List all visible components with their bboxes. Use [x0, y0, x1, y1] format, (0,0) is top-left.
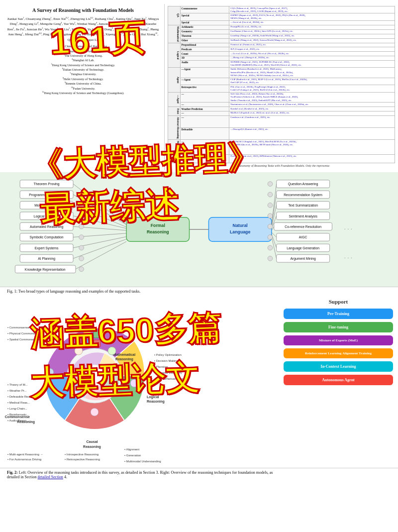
svg-text:• Weather Pr...: • Weather Pr... [7, 389, 27, 392]
svg-text:Sentiment Analysis: Sentiment Analysis [289, 214, 317, 218]
svg-text:• Generation: • Generation [124, 454, 141, 457]
svg-text:Text Summarization: Text Summarization [288, 204, 318, 208]
incontext-box: In-Context Learning [284, 361, 393, 372]
paper-title: A Survey of Reasoning with Foundation Mo… [7, 7, 159, 14]
overlay-text-survey: 最新综述 [39, 182, 180, 233]
svg-text:Recommendation System: Recommendation System [284, 193, 322, 197]
svg-point-72 [268, 245, 273, 250]
svg-point-62 [79, 235, 84, 240]
overlay-text-papers: 大模型论文 [29, 355, 200, 407]
svg-point-66 [268, 182, 273, 187]
pretraining-box: Pre-Training [284, 309, 393, 319]
svg-text:• Medical Reas...: • Medical Reas... [7, 401, 30, 404]
svg-text:Causal: Causal [87, 440, 98, 443]
svg-point-69 [268, 213, 273, 218]
svg-point-64 [79, 256, 84, 261]
overlay-text-pages: 161页 [49, 13, 147, 66]
fig2-text-bottom: detailed in Section [7, 475, 38, 479]
svg-point-68 [268, 203, 273, 208]
svg-text:Co-reference Resolution: Co-reference Resolution [285, 225, 321, 228]
support-label: Support [284, 299, 393, 305]
autonomous-box: Autonomous Agent [284, 375, 393, 385]
svg-point-65 [79, 267, 84, 272]
svg-text:• Theory of M...: • Theory of M... [7, 383, 28, 386]
svg-text:• Multimodal Understanding: • Multimodal Understanding [124, 460, 161, 463]
svg-text:• Retrospective Reasoning: • Retrospective Reasoning [65, 458, 100, 461]
svg-text:. . .: . . . [344, 253, 352, 260]
svg-point-71 [268, 235, 273, 240]
svg-point-63 [79, 245, 84, 250]
svg-point-116 [91, 408, 99, 416]
svg-text:. . .: . . . [344, 224, 352, 230]
svg-text:AI Planning: AI Planning [38, 257, 55, 261]
moe-box: Mixture of Experts (MoE) [284, 335, 393, 345]
fig1-caption: Fig. 1: Two broad types of language reas… [0, 287, 398, 296]
overlay-text-title: 《大模型推理》 [29, 135, 261, 188]
svg-point-73 [268, 256, 273, 261]
svg-text:• For Autonomous Driving: • For Autonomous Driving [7, 458, 41, 461]
svg-text:Question Answering: Question Answering [288, 183, 318, 187]
overlay-text-count: 涵盖650多篇 [29, 305, 222, 357]
fig2-text-left: Left: Overview of the reasoning tasks in… [19, 470, 273, 475]
fig2-caption: Fig. 2: Left: Overview of the reasoning … [0, 468, 398, 482]
alignment-box: Reinforcement Learning Alignment Trainin… [284, 348, 393, 358]
svg-text:• Bioinformatic...: • Bioinformatic... [7, 413, 29, 416]
svg-text:• Multi-agent Reasoning →: • Multi-agent Reasoning → [7, 453, 43, 456]
svg-text:Argument Mining: Argument Mining [290, 257, 316, 261]
support-area: Support Pre-Training Fine-tuning Mixture… [284, 299, 393, 465]
svg-text:• Long-Chain...: • Long-Chain... [7, 407, 27, 410]
svg-point-67 [268, 192, 273, 197]
fig2-section-num: 4. [64, 475, 67, 479]
svg-text:• Audio Reaso...: • Audio Reaso... [7, 419, 29, 422]
svg-text:Language Generation: Language Generation [287, 246, 319, 250]
svg-text:• Alignment: • Alignment [124, 448, 139, 451]
svg-text:Symbolic Computation: Symbolic Computation [30, 236, 64, 240]
svg-text:AIGC: AIGC [299, 236, 307, 239]
svg-text:Natural: Natural [233, 223, 248, 228]
finetuning-box: Fine-tuning [284, 322, 393, 332]
svg-point-70 [268, 224, 273, 229]
svg-text:Language: Language [230, 229, 250, 234]
svg-text:Reasoning: Reasoning [83, 445, 101, 449]
detailed-section-link[interactable]: detailed Section [38, 475, 63, 479]
svg-text:Expert Systems: Expert Systems [35, 246, 59, 250]
fig2-label: Fig. 2: [7, 470, 19, 475]
svg-text:Reasoning: Reasoning [147, 229, 169, 234]
svg-text:• Introspective Reasoning: • Introspective Reasoning [65, 453, 99, 456]
svg-text:Knowledge Representation: Knowledge Representation [25, 268, 66, 272]
